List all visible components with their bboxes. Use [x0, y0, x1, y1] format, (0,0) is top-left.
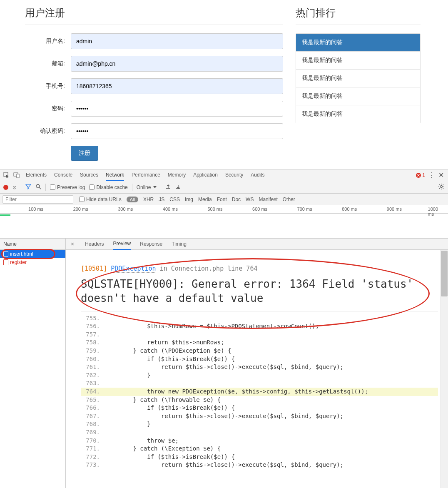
filter-type-ws[interactable]: WS — [246, 197, 254, 202]
code-line: 759. } catch (\PDOException $e) { — [81, 347, 438, 355]
code-line: 767. return $this->close()->execute($sql… — [81, 412, 438, 421]
throttling-select[interactable]: Online — [137, 184, 157, 190]
detail-tab-response[interactable]: Response — [140, 239, 162, 250]
code-line: 761. return $this->close()->execute($sql… — [81, 363, 438, 371]
filter-icon[interactable] — [25, 184, 31, 191]
detail-tab-headers[interactable]: Headers — [85, 239, 104, 250]
record-button[interactable] — [3, 185, 8, 190]
tab-network[interactable]: Network — [106, 169, 124, 181]
tab-sources[interactable]: Sources — [80, 169, 98, 181]
form-title: 用户注册 — [25, 6, 283, 25]
close-detail-icon[interactable]: × — [69, 241, 76, 247]
svg-rect-2 — [17, 174, 19, 178]
hide-data-urls-checkbox[interactable]: Hide data URLs — [79, 197, 122, 202]
code-line: 764. throw new PDOException($e, $this->c… — [81, 388, 438, 396]
input-email[interactable] — [71, 56, 283, 72]
filter-type-css[interactable]: CSS — [169, 197, 180, 202]
more-icon[interactable]: ⋮ — [428, 171, 435, 179]
error-message: SQLSTATE[HY000]: General error: 1364 Fie… — [81, 276, 438, 312]
submit-button[interactable]: 注册 — [71, 146, 98, 161]
request-item-register[interactable]: register — [0, 258, 65, 266]
label-pwd: 密码: — [25, 105, 71, 112]
preview-pane: [10501] PDOException in Connection.php l… — [66, 250, 448, 488]
disable-cache-checkbox[interactable]: Disable cache — [89, 184, 127, 190]
filter-input[interactable] — [2, 195, 73, 204]
tab-audits[interactable]: Audits — [251, 169, 264, 181]
input-mobile[interactable] — [71, 78, 283, 94]
rank-item[interactable]: 我是最新的问答 — [296, 87, 420, 105]
error-header: [10501] PDOException in Connection.php l… — [81, 262, 438, 276]
search-icon[interactable] — [35, 184, 41, 191]
tab-console[interactable]: Console — [54, 169, 72, 181]
svg-line-5 — [39, 187, 41, 189]
input-pwd2[interactable] — [71, 123, 283, 139]
label-pwd2: 确认密码: — [25, 127, 71, 135]
tab-application[interactable]: Application — [193, 169, 218, 181]
name-column-header[interactable]: Name — [0, 239, 65, 250]
file-icon — [3, 259, 8, 265]
filter-type-media[interactable]: Media — [198, 197, 212, 202]
gear-icon[interactable] — [438, 183, 445, 191]
timeline-body[interactable] — [0, 214, 448, 239]
label-user: 用户名: — [25, 37, 71, 45]
code-line: 768. } — [81, 420, 438, 428]
rank-item[interactable]: 我是最新的问答 — [296, 34, 420, 52]
code-line: 757. — [81, 331, 438, 339]
detail-tab-timing[interactable]: Timing — [172, 239, 187, 250]
code-line: 773. return $this->close()->execute($sql… — [81, 461, 438, 469]
tab-memory[interactable]: Memory — [168, 169, 186, 181]
code-line: 766. if ($this->isBreak($e)) { — [81, 404, 438, 412]
scrollbar[interactable] — [441, 250, 448, 488]
rank-item[interactable]: 我是最新的问答 — [296, 105, 420, 123]
tab-elements[interactable]: Elements — [26, 169, 47, 181]
file-icon — [3, 251, 8, 257]
input-pwd[interactable] — [71, 101, 283, 117]
svg-point-6 — [441, 186, 443, 188]
code-line: 758. return $this->numRows; — [81, 339, 438, 347]
code-line: 755. — [81, 314, 438, 323]
error-indicator[interactable]: 1 — [416, 172, 425, 178]
download-icon[interactable] — [175, 184, 181, 191]
code-line: 765. } catch (\Throwable $e) { — [81, 396, 438, 404]
code-block: 755.756. $this->numRows = $this->PDOStat… — [81, 312, 438, 472]
filter-type-other[interactable]: Other — [283, 197, 295, 202]
filter-type-font[interactable]: Font — [217, 197, 227, 202]
code-line: 760. if ($this->isBreak($e)) { — [81, 355, 438, 364]
request-item-insert[interactable]: insert.html — [0, 250, 65, 258]
inspect-element-icon[interactable] — [2, 170, 12, 180]
label-email: 邮箱: — [25, 60, 71, 67]
tab-performance[interactable]: Performance — [132, 169, 160, 181]
tab-security[interactable]: Security — [225, 169, 243, 181]
input-user[interactable] — [71, 33, 283, 49]
code-line: 771. } catch (\Exception $e) { — [81, 445, 438, 453]
filter-type-xhr[interactable]: XHR — [143, 197, 154, 202]
upload-icon[interactable] — [165, 184, 171, 191]
filter-type-js[interactable]: JS — [159, 197, 164, 202]
label-mobile: 手机号: — [25, 82, 71, 90]
svg-point-4 — [36, 184, 40, 188]
code-line: 772. if ($this->isBreak($e)) { — [81, 453, 438, 461]
code-line: 770. throw $e; — [81, 437, 438, 445]
timeline-ruler[interactable]: 100 ms 200 ms 300 ms 400 ms 500 ms 600 m… — [0, 205, 448, 214]
close-devtools-icon[interactable]: ✕ — [438, 171, 444, 179]
filter-type-img[interactable]: Img — [185, 197, 193, 202]
rank-item[interactable]: 我是最新的问答 — [296, 70, 420, 87]
code-line: 763. — [81, 379, 438, 388]
preserve-log-checkbox[interactable]: Preserve log — [50, 184, 85, 190]
detail-tab-preview[interactable]: Preview — [113, 239, 131, 250]
device-toggle-icon[interactable] — [12, 170, 22, 180]
code-line: 762. } — [81, 371, 438, 380]
filter-type-doc[interactable]: Doc — [232, 197, 241, 202]
clear-icon[interactable]: ⊘ — [12, 184, 17, 190]
code-line: 769. — [81, 428, 438, 437]
filter-type-all[interactable]: All — [127, 197, 138, 202]
code-line: 756. $this->numRows = $this->PDOStatemen… — [81, 322, 438, 331]
rank-title: 热门排行 — [296, 6, 421, 25]
rank-item[interactable]: 我是最新的问答 — [296, 52, 420, 70]
filter-type-manifest[interactable]: Manifest — [259, 197, 277, 202]
